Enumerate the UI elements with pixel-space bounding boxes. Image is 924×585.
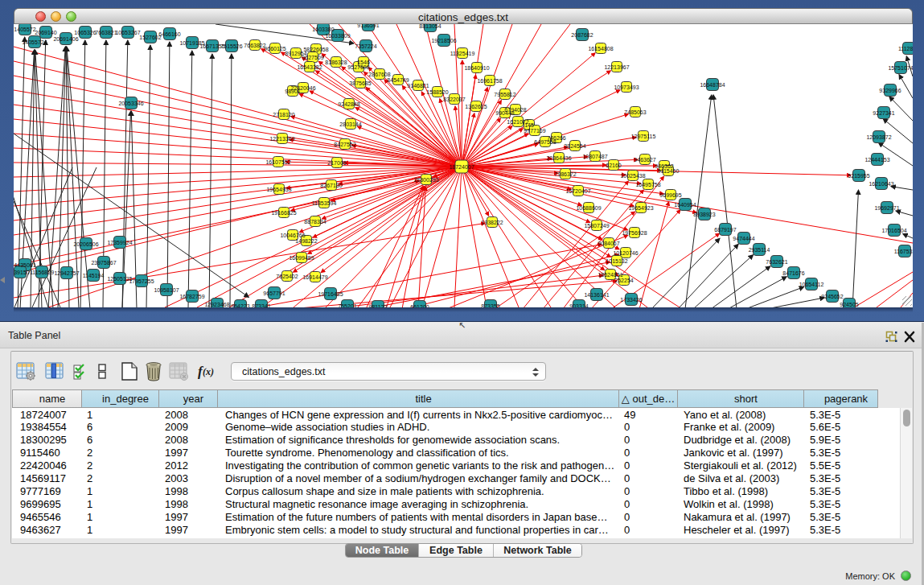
svg-text:10653267: 10653267: [115, 30, 140, 35]
svg-text:62160: 62160: [606, 163, 622, 168]
svg-text:10046766: 10046766: [280, 233, 305, 238]
svg-text:3824554: 3824554: [564, 143, 585, 149]
svg-text:5215955: 5215955: [848, 173, 869, 179]
svg-text:2803144: 2803144: [339, 122, 361, 127]
svg-text:14136141: 14136141: [584, 292, 609, 298]
svg-text:12213369: 12213369: [269, 136, 294, 142]
svg-text:17359924: 17359924: [107, 240, 132, 245]
svg-text:9245652: 9245652: [821, 294, 843, 299]
svg-text:28300293: 28300293: [413, 177, 438, 183]
svg-text:9627509: 9627509: [302, 55, 323, 60]
svg-text:217006: 217006: [327, 160, 346, 166]
svg-text:1640954: 1640954: [674, 202, 696, 208]
svg-text:16210643: 16210643: [869, 181, 893, 187]
svg-text:9463627: 9463627: [634, 157, 655, 163]
svg-text:19166825: 19166825: [271, 210, 296, 216]
svg-text:16648784: 16648784: [700, 82, 725, 88]
svg-text:7632621: 7632621: [766, 259, 787, 265]
svg-text:12942757: 12942757: [54, 270, 79, 276]
svg-text:98901: 98901: [285, 89, 301, 94]
svg-text:12975115: 12975115: [631, 134, 656, 139]
svg-text:145: 145: [524, 122, 534, 128]
svg-text:7485063: 7485063: [624, 109, 646, 115]
svg-text:18724007: 18724007: [449, 164, 474, 170]
svg-text:8813054: 8813054: [419, 24, 441, 29]
svg-text:1015132: 1015132: [606, 258, 627, 264]
svg-text:15720407: 15720407: [565, 188, 590, 194]
svg-text:15807249: 15807249: [584, 223, 609, 229]
svg-text:14055724: 14055724: [22, 39, 47, 45]
svg-text:3875685: 3875685: [349, 80, 371, 86]
svg-text:19756928: 19756928: [622, 230, 647, 236]
svg-text:11325419: 11325419: [450, 51, 475, 56]
svg-text:18640910: 18640910: [464, 65, 489, 71]
svg-text:439150: 439150: [14, 270, 30, 275]
svg-text:6879197: 6879197: [714, 227, 736, 233]
svg-text:9146821: 9146821: [407, 83, 429, 89]
svg-text:8938923: 8938923: [693, 212, 715, 217]
svg-text:1362615: 1362615: [465, 104, 487, 109]
svg-text:8427552: 8427552: [334, 142, 355, 147]
svg-text:1167533: 1167533: [894, 249, 913, 254]
svg-text:1065326: 1065326: [74, 30, 96, 35]
svg-text:10958107: 10958107: [154, 287, 179, 293]
svg-text:8471676: 8471676: [782, 270, 804, 276]
svg-text:11156829: 11156829: [30, 270, 54, 275]
svg-text:9242848: 9242848: [338, 101, 359, 107]
svg-text:1603380: 1603380: [312, 27, 334, 32]
svg-text:990448: 990448: [495, 110, 514, 116]
svg-text:924505: 924505: [840, 302, 858, 307]
svg-text:9657791: 9657791: [263, 290, 285, 296]
svg-text:1588520: 1588520: [426, 89, 448, 95]
svg-text:16099489: 16099489: [289, 255, 314, 261]
svg-text:(x): (x): [203, 366, 214, 377]
svg-text:2718120: 2718120: [273, 112, 294, 117]
svg-text:9660125: 9660125: [264, 46, 285, 51]
svg-text:8322037: 8322037: [443, 97, 465, 102]
svg-text:9527508: 9527508: [347, 64, 369, 70]
svg-text:12923468: 12923468: [204, 302, 229, 307]
svg-text:12213967: 12213967: [604, 64, 629, 70]
svg-text:252254: 252254: [614, 278, 633, 283]
svg-text:7955812: 7955812: [494, 92, 515, 97]
svg-text:6497568: 6497568: [534, 139, 556, 145]
svg-text:2867608: 2867608: [368, 72, 390, 77]
svg-text:17016504: 17016504: [881, 228, 906, 233]
svg-text:1546: 1546: [357, 60, 370, 65]
svg-text:12093872: 12093872: [866, 134, 891, 140]
svg-text:19654923: 19654923: [628, 205, 653, 211]
svg-text:9699695: 9699695: [659, 192, 681, 198]
svg-text:10120746: 10120746: [613, 250, 638, 256]
svg-text:9474444: 9474444: [733, 236, 754, 241]
svg-text:4435061: 4435061: [14, 262, 35, 268]
svg-text:19716485: 19716485: [318, 291, 343, 297]
svg-text:1405572: 1405572: [14, 27, 35, 32]
svg-text:1733426: 1733426: [620, 297, 642, 303]
svg-text:8267130: 8267130: [320, 183, 342, 188]
svg-text:9084067: 9084067: [598, 241, 619, 246]
svg-text:8186328: 8186328: [325, 60, 347, 65]
svg-text:9777169: 9777169: [524, 128, 545, 134]
svg-text:15751074: 15751074: [888, 65, 913, 71]
svg-text:7625402: 7625402: [276, 274, 298, 279]
svg-text:16495758: 16495758: [635, 182, 660, 187]
svg-text:19692971: 19692971: [874, 205, 899, 211]
svg-text:9136591: 9136591: [357, 24, 379, 28]
svg-text:8878334: 8878334: [304, 219, 326, 225]
svg-text:16914479: 16914479: [302, 274, 327, 280]
svg-text:7663822: 7663822: [244, 43, 265, 48]
svg-text:2935114: 2935114: [749, 247, 770, 253]
svg-text:7663821: 7663821: [95, 30, 117, 35]
svg-text:19218506: 19218506: [431, 38, 456, 43]
svg-text:7357224: 7357224: [355, 43, 376, 49]
svg-text:16543382: 16543382: [297, 64, 322, 70]
svg-text:10688609: 10688609: [576, 205, 601, 211]
svg-text:1498222: 1498222: [295, 238, 317, 244]
svg-text:1938222: 1938222: [481, 220, 503, 225]
svg-text:16033809: 16033809: [325, 33, 350, 39]
svg-text:9227341: 9227341: [873, 110, 894, 116]
svg-text:1112853: 1112853: [898, 46, 913, 51]
svg-text:16782759: 16782759: [179, 294, 204, 299]
svg-text:16107552: 16107552: [265, 159, 290, 165]
svg-text:1145194: 1145194: [83, 273, 105, 278]
